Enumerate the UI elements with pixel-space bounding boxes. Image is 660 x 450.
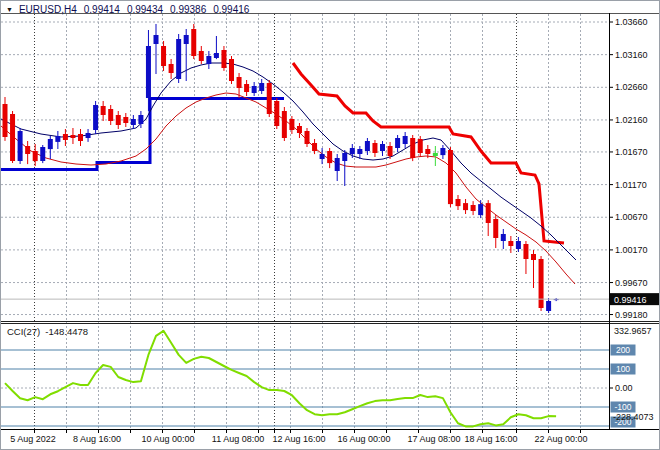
cci-line: [5, 331, 556, 427]
price-axis-label: 1.01670: [615, 147, 648, 157]
price-axis-label: 1.02160: [615, 115, 648, 125]
candle-body: [101, 106, 106, 115]
candle-body: [63, 134, 68, 140]
candle-body: [410, 138, 415, 158]
candle-body: [327, 151, 332, 163]
time-axis-label: 18 Aug 16:00: [464, 434, 517, 444]
candle-body: [10, 114, 15, 161]
candle-body: [418, 139, 423, 153]
candle-wick: [156, 24, 157, 74]
indicator-value: -148.4478: [45, 326, 88, 337]
candle-body: [206, 56, 211, 64]
candle-body: [395, 138, 400, 148]
cci-axis-min-label: -228.4073: [613, 412, 654, 422]
candle-body: [365, 141, 370, 151]
candle-body: [70, 135, 75, 138]
chart-header: ▼ EURUSD,H4 0.99414 0.99434 0.99386 0.99…: [6, 3, 249, 15]
candle-body: [342, 153, 347, 161]
candle-body: [25, 146, 30, 154]
candle-body: [456, 199, 461, 206]
time-axis-label: 11 Aug 08:00: [212, 434, 264, 444]
candle-body: [312, 143, 317, 151]
candle-body: [463, 203, 468, 210]
candle-body: [531, 254, 536, 260]
candle-body: [78, 134, 83, 141]
candle-body: [357, 149, 362, 154]
candle-body: [55, 136, 60, 142]
candle-body: [199, 51, 204, 61]
candle-body: [161, 46, 166, 66]
candle-body: [40, 147, 45, 161]
time-axis-label: 12 Aug 16:00: [272, 434, 325, 444]
candle-body: [146, 46, 151, 98]
price-axis-label: 1.01170: [615, 180, 647, 190]
candle-body: [478, 204, 483, 215]
candle-body: [516, 241, 521, 249]
candle-body: [237, 77, 242, 88]
candle-body: [244, 84, 249, 92]
current-price-badge-label: 0.99416: [614, 295, 647, 305]
candle-body: [380, 144, 385, 151]
candle-body: [297, 126, 302, 133]
candle-body: [433, 153, 438, 156]
candle-body: [388, 146, 393, 156]
candle-body: [131, 119, 136, 125]
price-axis-label: 1.03160: [615, 50, 648, 60]
time-axis-label: 16 Aug 00:00: [337, 434, 390, 444]
candle-body: [350, 148, 355, 154]
cci-axis-zero-label: 0.00: [615, 383, 633, 393]
time-axis-label: 22 Aug 00:00: [534, 434, 587, 444]
candle-body: [282, 111, 287, 138]
candle-body: [440, 148, 445, 155]
ohlc-high: 0.99434: [127, 4, 163, 15]
candle-body: [252, 86, 257, 93]
candle-body: [116, 115, 121, 125]
time-axis-label: 5 Aug 2022: [10, 434, 56, 444]
candle-body: [191, 29, 196, 56]
candle-body: [3, 104, 8, 137]
ohlc-low: 0.99386: [170, 4, 206, 15]
candle-body: [523, 244, 528, 259]
candle-body: [221, 50, 226, 68]
ohlc-close: 0.99416: [213, 4, 249, 15]
candle-body: [546, 301, 551, 311]
symbol-dropdown-icon[interactable]: ▼: [6, 6, 13, 13]
candle-body: [229, 59, 234, 81]
cci-level-badge-label: 200: [616, 345, 630, 355]
candle-body: [93, 105, 98, 130]
time-axis-label: 17 Aug 08:00: [407, 434, 460, 444]
candle-body: [48, 139, 53, 149]
candle-body: [539, 259, 544, 308]
candle-body: [486, 203, 491, 223]
candle-body: [501, 234, 506, 241]
candle-body: [33, 151, 38, 161]
price-axis-label: 0.99180: [615, 310, 648, 320]
cci-level-badge-label: 100: [616, 364, 630, 374]
candle-body: [289, 119, 294, 130]
candle-body: [138, 115, 143, 124]
ma-fast-line: [1, 93, 575, 284]
candle-body: [425, 149, 430, 154]
price-axis-label: 1.03660: [615, 17, 648, 27]
price-axis-label: 1.02660: [615, 82, 648, 92]
symbol-period-label: EURUSD,H4: [19, 4, 77, 15]
candle-body: [176, 39, 181, 79]
indicator-name: CCI(27): [7, 326, 40, 337]
cci-axis-max-label: 332.9657: [614, 326, 652, 336]
time-axis-label: 8 Aug 16:00: [73, 434, 121, 444]
candle-body: [18, 131, 23, 161]
cci-level-badge-label: -100: [614, 402, 631, 412]
candle-body: [214, 53, 219, 58]
price-axis-label: 0.99670: [615, 278, 648, 288]
price-chart-canvas[interactable]: 1.036601.031601.026601.021601.016701.011…: [1, 1, 660, 450]
candle-body: [320, 154, 325, 159]
candle-body: [123, 117, 128, 123]
price-axis-label: 1.00670: [615, 212, 648, 222]
candle-body: [169, 64, 174, 73]
candle-body: [508, 241, 513, 246]
candle-body: [184, 35, 189, 44]
candle-body: [493, 219, 498, 238]
candle-body: [305, 131, 310, 144]
candle-body: [274, 101, 279, 126]
time-axis-label: 10 Aug 00:00: [141, 434, 194, 444]
